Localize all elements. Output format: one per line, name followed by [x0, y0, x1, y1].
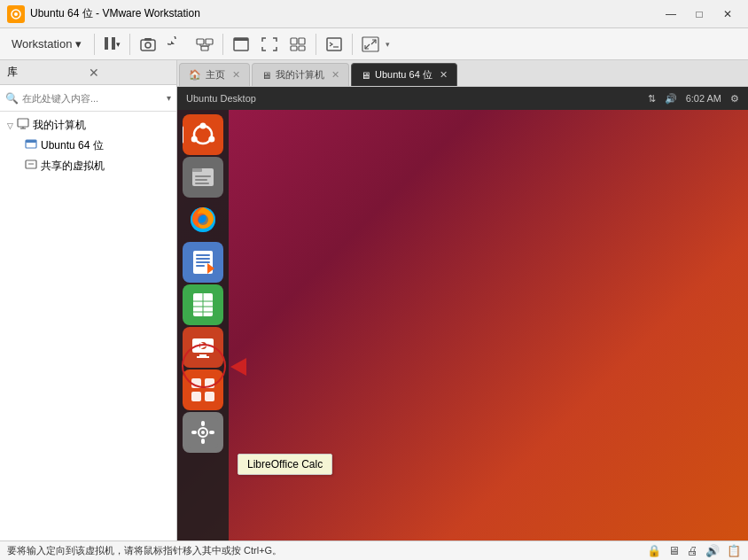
home-tab-close[interactable]: ✕ [232, 69, 240, 81]
vm-statusbar-right: ⇅ 🔊 6:02 AM ⚙ [648, 93, 739, 105]
close-button[interactable]: ✕ [714, 5, 741, 23]
revert-icon [168, 36, 185, 52]
svg-rect-43 [195, 183, 209, 184]
app-icon [7, 5, 25, 23]
sidebar-item-mycomputer[interactable]: ▽ 我的计算机 [0, 115, 176, 136]
enter-fullscreen-button[interactable] [357, 32, 384, 57]
writer-icon [188, 247, 218, 277]
vm-desktop[interactable]: LibreOffice Calc [177, 110, 748, 541]
ubuntu-vm-icon [25, 138, 37, 153]
svg-rect-41 [195, 175, 211, 177]
svg-point-38 [191, 136, 198, 143]
sidebar-title: 库 [7, 65, 89, 80]
svg-rect-19 [299, 38, 305, 44]
svg-point-6 [145, 43, 151, 48]
console-button[interactable] [321, 32, 347, 57]
svg-rect-9 [197, 39, 204, 44]
statusbar: 要将输入定向到该虚拟机，请将鼠标指针移入其中或按 Ctrl+G。 🔒 🖥 🖨 🔊… [0, 541, 748, 560]
svg-point-36 [200, 123, 206, 129]
svg-point-37 [208, 136, 214, 143]
unity-mode-button[interactable] [284, 32, 311, 57]
home-tab-icon: 🏠 [189, 69, 201, 81]
sidebar-item-shared[interactable]: 共享的虚拟机 [0, 156, 176, 176]
tab-ubuntu64[interactable]: 🖥 Ubuntu 64 位 ✕ [351, 63, 457, 86]
search-dropdown-icon[interactable]: ▾ [167, 93, 171, 103]
svg-point-2 [14, 12, 18, 16]
svg-rect-69 [205, 392, 214, 401]
dock-item-impress[interactable] [183, 327, 223, 368]
status-monitor-icon[interactable]: 🖥 [668, 544, 680, 557]
status-clipboard-icon[interactable]: 📋 [727, 544, 741, 557]
vm-statusbar: Ubuntu Desktop ⇅ 🔊 6:02 AM ⚙ [177, 87, 748, 110]
sidebar-close-button[interactable]: ✕ [89, 66, 170, 80]
svg-rect-22 [327, 38, 341, 51]
fullscreen-button[interactable] [256, 32, 283, 57]
vm-title: Ubuntu Desktop [186, 93, 256, 104]
svg-rect-48 [196, 254, 210, 256]
svg-rect-62 [197, 356, 209, 358]
tab-home[interactable]: 🏠 主页 ✕ [179, 63, 250, 86]
dock-item-appcenter[interactable] [183, 369, 223, 410]
sidebar-item-ubuntu64[interactable]: Ubuntu 64 位 [0, 136, 176, 156]
fullscreen-dropdown[interactable]: ▾ [386, 40, 390, 49]
svg-rect-11 [201, 46, 208, 51]
sidebar-item-mycomputer-label: 我的计算机 [33, 118, 86, 133]
ubuntu-dock [177, 110, 229, 541]
status-sound-icon[interactable]: 🔊 [705, 544, 720, 557]
svg-rect-67 [205, 378, 214, 388]
settings-icon [188, 417, 218, 447]
calc-icon [188, 290, 218, 320]
vm-settings-icon[interactable]: ⚙ [730, 93, 739, 105]
revert-snapshot-button[interactable] [163, 32, 190, 57]
svg-line-26 [365, 44, 370, 49]
impress-icon [188, 332, 218, 362]
tab-mycomputer[interactable]: 🖥 我的计算机 ✕ [252, 63, 349, 86]
network-icon: ⇅ [648, 93, 656, 105]
snapshot-button[interactable] [135, 32, 161, 57]
status-lock-icon[interactable]: 🔒 [647, 544, 661, 557]
dock-item-firefox[interactable] [183, 199, 223, 240]
maximize-button[interactable]: □ [686, 5, 713, 23]
svg-rect-3 [105, 37, 108, 50]
snapshot-manager-button[interactable] [191, 32, 218, 57]
toolbar-separator-4 [316, 34, 316, 55]
toolbar-separator-2 [129, 34, 130, 55]
search-icon: 🔍 [5, 92, 19, 105]
dock-item-writer[interactable] [183, 242, 223, 283]
svg-rect-74 [201, 439, 205, 444]
minimize-button[interactable]: — [658, 5, 684, 23]
sidebar-search-bar: 🔍 ▾ [0, 85, 176, 112]
svg-point-45 [198, 214, 208, 225]
tabs-bar: 🏠 主页 ✕ 🖥 我的计算机 ✕ 🖥 Ubuntu 64 位 ✕ [177, 60, 748, 87]
sidebar-item-shared-label: 共享的虚拟机 [41, 159, 105, 174]
toolbar-separator-1 [94, 34, 95, 55]
pause-button[interactable]: ▾ [99, 32, 125, 57]
ubuntu-tab-close[interactable]: ✕ [440, 69, 448, 81]
pause-icon [104, 36, 116, 52]
svg-rect-66 [191, 378, 201, 388]
dock-item-settings[interactable] [183, 412, 223, 453]
svg-rect-4 [112, 37, 115, 50]
svg-rect-68 [191, 392, 201, 401]
sidebar-header: 库 ✕ [0, 60, 176, 85]
workstation-menu-button[interactable]: Workstation ▾ [4, 32, 90, 57]
mycomputer-tab-close[interactable]: ✕ [331, 69, 339, 81]
svg-rect-10 [206, 39, 213, 44]
svg-rect-50 [196, 261, 210, 263]
svg-rect-61 [199, 354, 206, 356]
main-area: 库 ✕ 🔍 ▾ ▽ 我的计算机 [0, 60, 748, 541]
normal-view-button[interactable] [228, 32, 254, 57]
snapshot-icon [139, 36, 157, 52]
dock-item-calc[interactable] [183, 284, 223, 325]
dock-item-files[interactable] [183, 157, 223, 198]
mycomputer-tab-label: 我的计算机 [276, 68, 324, 82]
dock-item-ubuntu[interactable] [183, 114, 223, 155]
titlebar: Ubuntu 64 位 - VMware Workstation — □ ✕ [0, 0, 748, 28]
sidebar-search-input[interactable] [22, 93, 163, 104]
normal-view-icon [232, 36, 250, 52]
svg-rect-40 [192, 168, 202, 172]
svg-rect-18 [291, 38, 297, 44]
shared-vm-icon [25, 159, 37, 174]
status-printer-icon[interactable]: 🖨 [687, 544, 698, 557]
svg-rect-42 [195, 179, 207, 181]
